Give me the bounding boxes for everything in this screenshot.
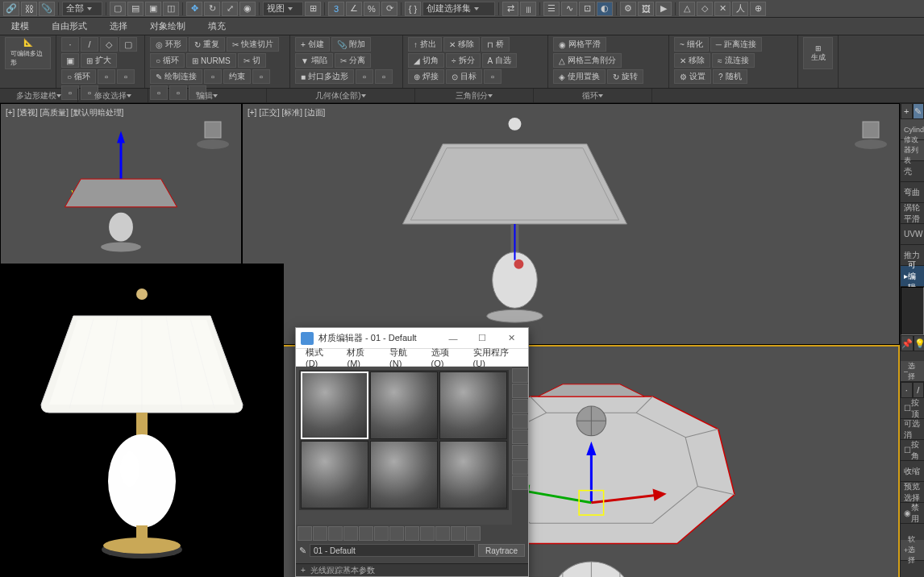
create-btn[interactable]: +创建 xyxy=(295,37,330,52)
selection-set-dropdown[interactable]: 创建选择集 xyxy=(422,2,495,16)
repeat-btn[interactable]: ↻重复 xyxy=(189,37,225,52)
collapse-btn[interactable]: ▼塌陷 xyxy=(295,53,333,68)
unlink-icon[interactable]: ⛓ xyxy=(21,2,37,16)
mirror-icon[interactable]: ⇄ xyxy=(502,2,518,16)
mat-menu-nav[interactable]: 导航(N) xyxy=(383,347,424,368)
tab-tri[interactable]: 三角剖分 xyxy=(415,89,534,102)
material-rollout-header[interactable]: +光线跟踪基本参数 xyxy=(296,563,528,576)
split-btn[interactable]: ÷拆分 xyxy=(446,53,481,68)
detach-btn[interactable]: ✂分离 xyxy=(335,53,371,68)
video-color-btn[interactable] xyxy=(512,430,528,444)
bind-icon[interactable]: 📎 xyxy=(39,2,55,16)
ring-btn[interactable]: ◎环形 xyxy=(150,37,187,52)
weld-btn[interactable]: ⊕焊接 xyxy=(408,69,444,84)
tab-loop[interactable]: 循环 xyxy=(534,89,652,102)
geom-sub-1[interactable]: ▫ xyxy=(356,69,373,84)
view-dropdown[interactable]: 视图 xyxy=(263,2,303,16)
material-slot-3[interactable] xyxy=(439,372,507,439)
make-preview-btn[interactable] xyxy=(512,445,528,459)
tri-split-btn[interactable]: △网格三角剖分 xyxy=(553,53,622,68)
go-sibling-btn[interactable] xyxy=(466,526,481,541)
sub-btn-2[interactable]: ▫ xyxy=(117,69,135,84)
material-slot-2[interactable] xyxy=(370,372,438,439)
select-name-icon[interactable]: ▤ xyxy=(127,2,144,16)
viewport-tl-label[interactable]: [+] [透视] [高质量] [默认明暗处理] xyxy=(6,107,123,118)
tab-modifysel[interactable]: 修改选择 xyxy=(78,89,148,102)
modifier-list-label[interactable]: 修改器列表 xyxy=(901,140,924,161)
tool-b-icon[interactable]: ◇ xyxy=(697,2,713,16)
render-frame-icon[interactable]: 🖼 xyxy=(638,2,654,16)
modifier-turbosmooth[interactable]: 涡轮平滑 xyxy=(901,203,924,224)
material-slot-1[interactable] xyxy=(301,372,368,439)
minimize-button[interactable]: — xyxy=(441,330,465,347)
material-name-input[interactable] xyxy=(310,544,475,557)
options-btn[interactable] xyxy=(512,460,528,475)
menu-object-paint[interactable]: 对象绘制 xyxy=(139,18,197,35)
show-end-btn[interactable] xyxy=(435,526,450,541)
background-btn[interactable] xyxy=(512,399,528,413)
viewport-ortho[interactable]: [+] [正交] [标准] [边面] xyxy=(242,103,900,345)
render-setup-icon[interactable]: ⚙ xyxy=(620,2,636,16)
edit-sub-1[interactable]: ▫ xyxy=(204,69,222,84)
pick-icon[interactable]: ✎ xyxy=(299,546,306,556)
tool-c-icon[interactable]: ✕ xyxy=(714,2,730,16)
by-angle-check[interactable]: ☐ 按角 xyxy=(901,440,924,461)
tab-geom[interactable]: 几何体(全部) xyxy=(267,89,415,102)
edit-sub-2[interactable]: ▫ xyxy=(252,69,270,84)
mat-id-btn[interactable] xyxy=(405,526,419,541)
bridge-btn[interactable]: ⊓桥 xyxy=(481,37,510,52)
remove-btn[interactable]: ✕移除 xyxy=(443,37,480,52)
vertex-mode-btn[interactable]: · xyxy=(61,37,79,52)
viewport-tr-label[interactable]: [+] [正交] [标准] [边面] xyxy=(248,107,325,118)
tool-d-icon[interactable]: 人 xyxy=(732,2,748,16)
disable-radio[interactable]: ◉ 禁用 xyxy=(901,503,924,524)
menu-populate[interactable]: 填充 xyxy=(197,18,237,35)
expand-btn[interactable]: ⊞扩大 xyxy=(81,53,117,68)
conn-flow-btn[interactable]: ≈流连接 xyxy=(712,53,755,68)
modifier-bend[interactable]: 弯曲 xyxy=(901,182,924,203)
edge-mode-btn[interactable]: / xyxy=(81,37,98,52)
sample-type-btn[interactable] xyxy=(512,368,528,383)
rotate-tri-btn[interactable]: ↻旋转 xyxy=(607,69,643,84)
chamfer-btn[interactable]: ◢切角 xyxy=(408,53,444,68)
spinner-snap-icon[interactable]: ⟳ xyxy=(381,2,397,16)
put-to-lib-btn[interactable] xyxy=(389,526,404,541)
link-icon[interactable]: 🔗 xyxy=(3,2,19,16)
tool-a-icon[interactable]: △ xyxy=(679,2,695,16)
tab-polymodel[interactable]: 多边形建模 xyxy=(0,89,78,102)
viewcube-tr[interactable] xyxy=(851,112,891,152)
soft-sel-rollout[interactable]: + 软选择 xyxy=(901,540,924,561)
angle-snap-icon[interactable]: ∠ xyxy=(346,2,362,16)
sub-btn-1[interactable]: ▫ xyxy=(98,69,115,84)
shrink-btn[interactable]: 收缩 xyxy=(901,461,924,482)
stack-btn-2[interactable]: 💡 xyxy=(914,335,924,351)
snap-icon[interactable]: 3 xyxy=(328,2,344,16)
coord-icon[interactable]: ⊞ xyxy=(305,2,321,16)
element-mode-btn[interactable]: ▣ xyxy=(61,53,79,68)
modifier-uvw[interactable]: UVW xyxy=(901,224,924,245)
put-to-scene-btn[interactable] xyxy=(313,526,327,541)
placement-icon[interactable]: ◉ xyxy=(239,2,256,16)
border-mode-btn[interactable]: ◇ xyxy=(100,37,118,52)
geom-sub-2[interactable]: ▫ xyxy=(375,69,393,84)
random-btn[interactable]: ?随机 xyxy=(713,69,747,84)
mesh-smooth-btn[interactable]: ◉网格平滑 xyxy=(553,37,606,52)
material-slot-5[interactable] xyxy=(370,441,438,509)
menu-freeform[interactable]: 自由形式 xyxy=(40,18,98,35)
reset-btn[interactable] xyxy=(343,526,358,541)
material-slot-4[interactable] xyxy=(301,441,368,509)
viewport-perspective[interactable]: [+] [透视] [高质量] [默认明暗处理] y xyxy=(0,103,242,279)
mat-menu-mode[interactable]: 模式(D) xyxy=(299,347,340,368)
use-disp-btn[interactable]: ◈使用置换 xyxy=(553,69,606,84)
seal-btn[interactable]: ■封口多边形 xyxy=(295,69,354,84)
generate-btn[interactable]: ⊞生成 xyxy=(803,37,833,69)
backlight-btn[interactable] xyxy=(512,384,528,398)
assign-btn[interactable] xyxy=(328,526,343,541)
nurms-btn[interactable]: ⊞NURMS xyxy=(186,53,236,68)
conn-edge-btn[interactable]: ─距离连接 xyxy=(710,37,762,52)
move-icon[interactable]: ✥ xyxy=(186,2,202,16)
modifier-stack-area[interactable] xyxy=(901,287,924,335)
extrude-btn[interactable]: ↑挤出 xyxy=(408,37,442,52)
stack-btn-1[interactable]: 📌 xyxy=(901,335,914,351)
modify-tab[interactable]: ✎ xyxy=(913,103,925,119)
